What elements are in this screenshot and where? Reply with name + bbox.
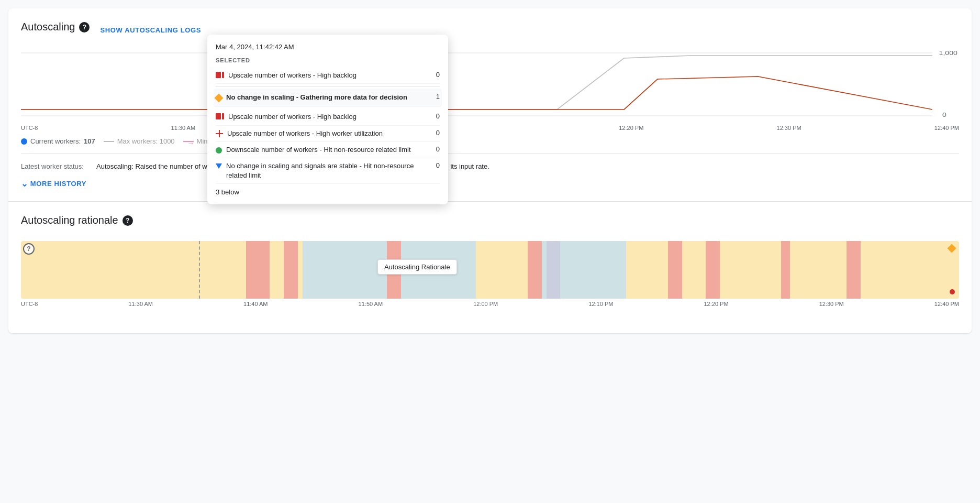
red-cross-icon (216, 130, 223, 137)
red-bar-9 (847, 241, 861, 299)
tooltip-row-1: Upscale number of workers - High backlog… (216, 68, 440, 84)
rationale-help-icon[interactable]: ? (122, 215, 133, 226)
legend-current-workers: Current workers: 107 (21, 137, 95, 145)
green-dot-icon (216, 147, 222, 154)
tooltip-label-3: Upscale number of workers - High backlog (228, 112, 357, 122)
red-bar-upscale-icon (216, 72, 224, 78)
tooltip-separator (216, 86, 440, 86)
chart-x-labels: UTC-8 11:30 AM 11:40 AM 12:20 PM 12:30 P… (21, 123, 959, 133)
red-bar-1 (246, 241, 270, 299)
max-workers-line (104, 141, 114, 142)
min-workers-line: → (183, 141, 194, 142)
tooltip-value-4: 0 (429, 129, 440, 137)
tooltip-value-3: 0 (429, 112, 440, 120)
chevron-down-icon: ⌄ (21, 179, 28, 189)
tooltip-label-4: Upscale number of workers - High worker … (227, 129, 383, 138)
tooltip-row-left-3: Upscale number of workers - High backlog (216, 112, 425, 122)
blue-triangle-icon (216, 163, 222, 169)
red-bar-2 (284, 241, 298, 299)
tooltip-label-1: Upscale number of workers - High backlog (228, 71, 357, 80)
x-label-1230pm: 12:30 PM (777, 125, 801, 131)
rationale-chart-area: ? (21, 241, 959, 325)
x-label-1130: 11:30 AM (171, 125, 195, 131)
red-bar-8 (781, 241, 790, 299)
rationale-x-labels: UTC-8 11:30 AM 11:40 AM 11:50 AM 12:00 P… (21, 299, 959, 309)
svg-text:1,000: 1,000 (939, 50, 957, 56)
tooltip-row-left-1: Upscale number of workers - High backlog (216, 71, 425, 80)
latest-status-label: Latest worker status: (21, 162, 84, 170)
rx-1150: 11:50 AM (359, 301, 383, 307)
dashed-line-1 (199, 241, 200, 299)
tooltip-row-5: Downscale number of workers - Hit non-re… (216, 142, 440, 158)
tooltip-row-6: No change in scaling and signals are sta… (216, 158, 440, 184)
tooltip-more: 3 below (216, 184, 440, 196)
blue-bar-1 (303, 241, 387, 299)
x-label-1220pm: 12:20 PM (619, 125, 643, 131)
rationale-question-icon: ? (23, 243, 35, 255)
autoscaling-chart-wrapper: 1,000 0 UTC-8 11:30 AM 11:40 AM 12:20 PM… (21, 48, 959, 133)
rx-1220: 12:20 PM (704, 301, 729, 307)
chart-legend: Current workers: 107 Max workers: 1000 →… (21, 133, 959, 149)
rx-1240: 12:40 PM (934, 301, 959, 307)
svg-rect-0 (21, 48, 959, 121)
autoscaling-chart: 1,000 0 (21, 48, 959, 121)
show-autoscaling-logs-button[interactable]: SHOW AUTOSCALING LOGS (96, 24, 205, 36)
svg-text:0: 0 (942, 112, 946, 118)
current-workers-dot (21, 138, 27, 145)
max-workers-label: Max workers: 1000 (117, 137, 175, 145)
tooltip-label-6: No change in scaling and signals are sta… (226, 161, 425, 180)
tooltip-value-highlighted: 1 (429, 93, 440, 101)
autoscaling-section: Autoscaling ? SHOW AUTOSCALING LOGS 1,00 (8, 8, 972, 201)
tooltip-row-left-4: Upscale number of workers - High worker … (216, 129, 425, 138)
more-history-button[interactable]: ⌄ MORE HISTORY (21, 174, 86, 193)
blue-bar-3 (542, 241, 626, 299)
tooltip-row-highlighted: No change in scaling - Gathering more da… (214, 89, 442, 107)
rationale-bars: ? (21, 241, 959, 299)
tooltip-row-4: Upscale number of workers - High worker … (216, 126, 440, 142)
current-workers-value: 107 (84, 137, 95, 145)
rx-1140: 11:40 AM (243, 301, 268, 307)
tooltip-selected-label: SELECTED (216, 57, 440, 63)
rationale-red-dot (950, 289, 955, 294)
tooltip-row-left-highlighted: No change in scaling - Gathering more da… (216, 93, 425, 102)
rationale-orange-diamond (948, 244, 956, 253)
rationale-tooltip-label: Autoscaling Rationale (377, 259, 457, 275)
section-divider (21, 154, 959, 154)
x-label-utc: UTC-8 (21, 125, 38, 131)
tooltip-value-6: 0 (429, 161, 440, 169)
current-workers-label: Current workers: (30, 137, 81, 145)
tooltip-value-5: 0 (429, 145, 440, 153)
tooltip-row-left-6: No change in scaling and signals are sta… (216, 161, 425, 180)
main-container: Autoscaling ? SHOW AUTOSCALING LOGS 1,00 (8, 8, 972, 333)
autoscaling-title: Autoscaling ? (21, 21, 90, 33)
status-section: Latest worker status: Autoscaling: Raise… (21, 158, 959, 174)
red-bar-icon-2 (216, 113, 224, 119)
tooltip-value-1: 0 (429, 71, 440, 79)
autoscaling-tooltip: Mar 4, 2024, 11:42:42 AM SELECTED Upscal… (207, 35, 448, 204)
rx-1130: 11:30 AM (128, 301, 152, 307)
tooltip-label-5: Downscale number of workers - Hit non-re… (226, 145, 411, 155)
red-bar-7 (706, 241, 720, 299)
orange-diamond-icon (215, 94, 224, 103)
tooltip-row-left-5: Downscale number of workers - Hit non-re… (216, 145, 425, 155)
rationale-section: Autoscaling rationale ? ? (8, 201, 972, 333)
x-label-1240pm: 12:40 PM (934, 125, 959, 131)
autoscaling-help-icon[interactable]: ? (79, 22, 90, 32)
legend-max-workers: Max workers: 1000 (104, 137, 175, 145)
red-bar-4 (528, 241, 542, 299)
rx-1230: 12:30 PM (819, 301, 844, 307)
red-bar-6 (668, 241, 682, 299)
tooltip-timestamp: Mar 4, 2024, 11:42:42 AM (216, 43, 440, 51)
rx-1210: 12:10 PM (588, 301, 613, 307)
rx-utc: UTC-8 (21, 301, 38, 307)
tooltip-row-3: Upscale number of workers - High backlog… (216, 109, 440, 125)
rx-1200: 12:00 PM (473, 301, 498, 307)
tooltip-label-highlighted: No change in scaling - Gathering more da… (226, 93, 407, 102)
rationale-title: Autoscaling rationale ? (21, 214, 133, 226)
